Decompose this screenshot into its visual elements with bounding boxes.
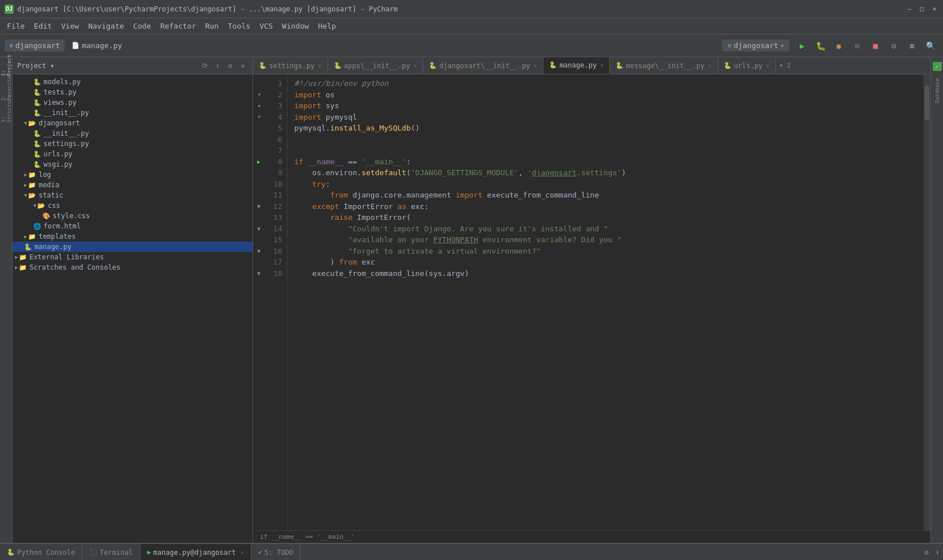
bottom-tab-python-console[interactable]: 🐍 Python Console	[0, 544, 82, 560]
settings-tree-button[interactable]: ⚙	[225, 61, 235, 71]
tree-item-manage[interactable]: 🐍 manage.py	[13, 242, 252, 252]
coverage-button[interactable]: ◉	[831, 38, 847, 54]
menu-navigate[interactable]: Navigate	[84, 19, 129, 33]
breadcrumb-text: if __name__ == '__main__'	[260, 533, 355, 541]
main-layout: 1: Project 2: Favorites 3: Structure Pro…	[0, 57, 943, 543]
app-icon: DJ	[5, 5, 14, 14]
close-tree-button[interactable]: ✕	[238, 61, 248, 71]
tab-apps-init[interactable]: 🐍 apps\__init__.py ✕	[328, 57, 424, 74]
manage-tab-label: manage.py@djangosart	[153, 549, 236, 557]
tab-manage[interactable]: 🐍 manage.py ✕	[543, 57, 610, 74]
tab-overflow[interactable]: ▾ 2	[776, 57, 794, 74]
toolbar: ⚙ djangosart 📄 manage.py ⚙ djangosart ▼ …	[0, 34, 943, 57]
code-editor[interactable]: ◀ ◀ ◀ ▶ ▼ ▼ ▼ ▼ 1 2	[253, 74, 930, 530]
collapse-tree-button[interactable]: ⇑	[212, 61, 223, 71]
tree-item-urls[interactable]: 🐍 urls.py	[13, 149, 252, 159]
menu-refactor[interactable]: Refactor	[156, 19, 201, 33]
run-button[interactable]: ▶	[794, 38, 810, 54]
bottom-tab-manage[interactable]: ▶ manage.py@djangosart ✕	[140, 544, 251, 560]
gutter-12[interactable]: ▼	[253, 201, 265, 212]
scroll-thumb[interactable]	[925, 86, 929, 120]
database-icon[interactable]: Database	[932, 85, 943, 96]
gutter-8[interactable]: ▶	[253, 156, 265, 168]
menu-code[interactable]: Code	[129, 19, 156, 33]
console-settings-btn[interactable]: ⚙	[921, 544, 932, 560]
settings-button[interactable]: ≡	[904, 38, 920, 54]
structure-icon[interactable]: 3: Structure	[1, 103, 12, 115]
tree-item-djangosart-folder[interactable]: ▼ 📂 djangosart	[13, 118, 252, 128]
close-tab-urls[interactable]: ✕	[766, 62, 770, 69]
project-panel-icon[interactable]: 1: Project	[1, 60, 12, 71]
tab-dj-init[interactable]: 🐍 djangosart\__init__.py ✕	[423, 57, 543, 74]
tree-item-wsgi[interactable]: 🐍 wsgi.py	[13, 159, 252, 169]
tab-settings[interactable]: 🐍 settings.py ✕	[253, 57, 328, 74]
close-tab-apps-init[interactable]: ✕	[413, 62, 417, 69]
bottom-tab-terminal[interactable]: ⬛ Terminal	[82, 544, 140, 560]
stop-button[interactable]: ■	[867, 38, 883, 54]
tree-item-media[interactable]: ▶ 📁 media	[13, 180, 252, 190]
gutter-15	[253, 234, 265, 246]
maximize-button[interactable]: □	[918, 5, 926, 13]
tab-urls[interactable]: 🐍 urls.py ✕	[718, 57, 776, 74]
close-tab-message-init[interactable]: ✕	[708, 62, 711, 69]
gutter-6	[253, 134, 265, 145]
run-configuration[interactable]: ⚙ djangosart ▼	[722, 40, 790, 52]
close-manage-tab[interactable]: ✕	[240, 549, 244, 555]
gutter-10	[253, 179, 265, 190]
gutter-13	[253, 212, 265, 223]
menu-window[interactable]: Window	[278, 19, 314, 33]
bottom-tab-todo[interactable]: ✔ 5: TODO	[251, 544, 301, 560]
gutter-9	[253, 167, 265, 179]
console-pin-btn[interactable]: ⬇	[932, 544, 943, 560]
tree-item-settings[interactable]: 🐍 settings.py	[13, 139, 252, 149]
tree-item-tests[interactable]: 🐍 tests.py	[13, 87, 252, 97]
file-indicator: 📄 manage.py	[67, 40, 127, 52]
close-tab-settings[interactable]: ✕	[318, 62, 321, 69]
close-tab-dj-init[interactable]: ✕	[534, 62, 537, 69]
editor-area: 🐍 settings.py ✕ 🐍 apps\__init__.py ✕ 🐍 d…	[253, 57, 930, 543]
gutter-7	[253, 145, 265, 156]
tree-item-templates[interactable]: ▶ 📁 templates	[13, 231, 252, 242]
favorites-icon[interactable]: 2: Favorites	[1, 81, 12, 93]
tree-item-log[interactable]: ▶ 📁 log	[13, 169, 252, 180]
menu-edit[interactable]: Edit	[29, 19, 56, 33]
menu-tools[interactable]: Tools	[223, 19, 255, 33]
menu-file[interactable]: File	[2, 19, 29, 33]
close-tab-manage[interactable]: ✕	[600, 62, 603, 68]
tree-item-external-libs[interactable]: ▶ 📁 External Libraries	[13, 252, 252, 262]
right-sidebar: ✓ Database	[930, 57, 943, 543]
tree-item-css[interactable]: ▼ 📂 css	[13, 200, 252, 211]
menu-run[interactable]: Run	[201, 19, 223, 33]
tree-item-init-app[interactable]: 🐍 __init__.py	[13, 108, 252, 118]
debug-button[interactable]: 🐛	[812, 38, 828, 54]
build-button[interactable]: ⚙	[886, 38, 902, 54]
search-button[interactable]: 🔍	[922, 38, 938, 54]
gutter-11	[253, 190, 265, 201]
refresh-tree-button[interactable]: ⟳	[200, 61, 210, 71]
todo-label: 5: TODO	[265, 549, 294, 557]
gutter-17	[253, 257, 265, 268]
close-button[interactable]: ✕	[930, 5, 938, 13]
breadcrumb: if __name__ == '__main__'	[253, 530, 930, 543]
gutter-18[interactable]: ▼	[253, 268, 265, 279]
menu-view[interactable]: View	[57, 19, 84, 33]
editor-scrollbar[interactable]	[924, 74, 930, 530]
tree-item-static[interactable]: ▼ 📂 static	[13, 190, 252, 200]
tree-item-dj-init[interactable]: 🐍 __init__.py	[13, 128, 252, 139]
tree-item-style-css[interactable]: 🎨 style.css	[13, 211, 252, 221]
menu-bar: File Edit View Navigate Code Refactor Ru…	[0, 18, 943, 34]
profile-button[interactable]: ⊙	[849, 38, 865, 54]
code-content[interactable]: #!/usr/bin/env python import os import s…	[287, 74, 924, 530]
gutter-4: ◀	[253, 112, 265, 123]
menu-vcs[interactable]: VCS	[255, 19, 277, 33]
tree-item-scratches[interactable]: ▶ 📁 Scratches and Consoles	[13, 262, 252, 273]
minimize-button[interactable]: —	[905, 5, 913, 13]
run-config-label: djangosart	[733, 41, 778, 50]
project-selector[interactable]: ⚙ djangosart	[5, 40, 65, 52]
gutter-14[interactable]: ▼	[253, 223, 265, 235]
tree-item-models[interactable]: 🐍 models.py	[13, 77, 252, 87]
menu-help[interactable]: Help	[314, 19, 341, 33]
tree-item-form-html[interactable]: 🌐 form.html	[13, 221, 252, 231]
tab-message-init[interactable]: 🐍 message\__init__.py ✕	[610, 57, 717, 74]
tree-item-views[interactable]: 🐍 views.py	[13, 97, 252, 108]
